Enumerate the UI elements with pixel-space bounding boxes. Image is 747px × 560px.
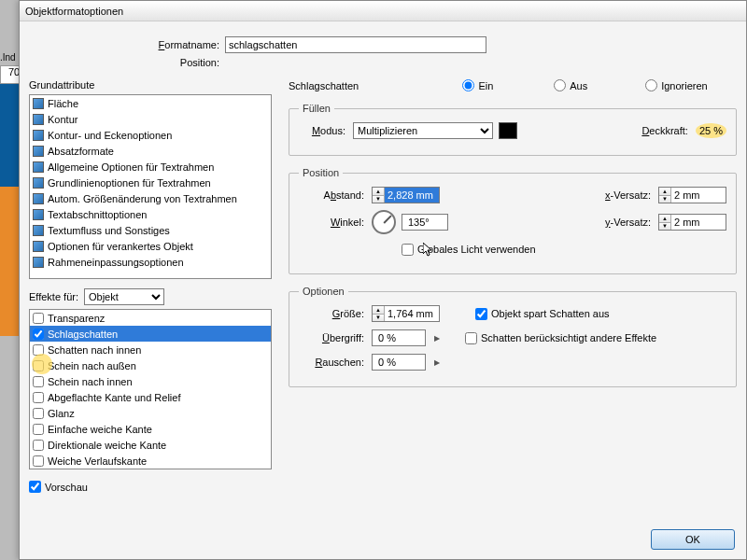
effect-item[interactable]: Schein nach außen <box>30 357 271 373</box>
deckkraft-label: Deckkraft: <box>641 125 690 136</box>
effect-label: Schein nach innen <box>48 376 133 387</box>
effect-checkbox[interactable] <box>33 408 44 419</box>
fuellen-legend: Füllen <box>299 103 334 114</box>
attr-item[interactable]: Absatzformate <box>30 143 271 159</box>
grundattribute-list[interactable]: FlächeKonturKontur- und EckenoptionenAbs… <box>29 94 272 279</box>
effect-label: Schein nach außen <box>48 360 136 371</box>
effect-item[interactable]: Schatten nach innen <box>30 342 271 357</box>
attr-item[interactable]: Grundlinienoptionen für Textrahmen <box>30 175 271 190</box>
effect-checkbox[interactable] <box>33 392 44 403</box>
object-style-options-dialog: Objektformatoptionen Formatname: Positio… <box>19 0 747 560</box>
optionen-group: Optionen Größe: ▲▼ Objekt spart Schatten… <box>289 286 737 387</box>
abstand-label: Abstand: <box>299 189 366 201</box>
effect-label: Direktionale weiche Kante <box>48 440 166 451</box>
effects-for-select[interactable]: Objekt <box>84 288 164 305</box>
effect-checkbox[interactable] <box>33 376 44 387</box>
flyout-icon[interactable]: ▶ <box>431 355 443 370</box>
effect-item[interactable]: Glanz <box>30 405 271 421</box>
attr-item[interactable]: Kontur- und Eckenoptionen <box>30 127 271 143</box>
dialog-title: Objektformatoptionen <box>20 1 746 21</box>
effect-item[interactable]: Transparenz <box>30 310 271 326</box>
radio-ein[interactable]: Ein <box>462 79 554 91</box>
rauschen-input[interactable]: 0 % <box>372 354 426 371</box>
attr-icon <box>33 177 44 189</box>
effect-checkbox[interactable] <box>33 424 44 435</box>
ok-button[interactable]: OK <box>651 529 735 550</box>
attr-icon <box>33 114 44 125</box>
attr-item[interactable]: Allgemeine Optionen für Textrahmen <box>30 159 271 175</box>
chevron-down-icon: ▼ <box>373 196 384 203</box>
attr-icon <box>33 146 44 157</box>
sidebar-indesign: .Ind <box>0 52 16 63</box>
effect-checkbox[interactable] <box>33 440 44 451</box>
attr-label: Absatzformate <box>48 146 114 157</box>
rauschen-label: Rauschen: <box>299 357 366 368</box>
attr-item[interactable]: Autom. Größenänderung von Textrahmen <box>30 190 271 206</box>
uebergriff-label: Übergriff: <box>299 332 366 343</box>
modus-select[interactable]: Multiplizieren <box>353 122 493 139</box>
attr-label: Grundlinienoptionen für Textrahmen <box>48 177 211 189</box>
objekt-spart-checkbox[interactable]: Objekt spart Schatten aus <box>475 308 610 320</box>
effect-item[interactable]: Weiche Verlaufskante <box>30 453 271 469</box>
position-group: Position Abstand: ▲▼ x-Versatz: ▲▼ Win <box>289 167 737 274</box>
position-legend: Position <box>299 167 343 178</box>
attr-item[interactable]: Textumfluss und Sonstiges <box>30 222 271 238</box>
effect-checkbox[interactable] <box>33 455 44 467</box>
global-light-checkbox[interactable]: Globales Licht verwenden <box>402 244 536 256</box>
attr-item[interactable]: Textabschnittoptionen <box>30 206 271 222</box>
effect-item[interactable]: Schein nach innen <box>30 373 271 389</box>
effect-item[interactable]: Einfache weiche Kante <box>30 421 271 437</box>
angle-dial[interactable] <box>372 210 396 234</box>
attr-icon <box>33 241 44 252</box>
effect-label: Abgeflachte Kante und Relief <box>48 392 181 403</box>
winkel-label: Winkel: <box>299 217 366 228</box>
radio-aus[interactable]: Aus <box>554 79 645 91</box>
attr-icon <box>33 98 44 109</box>
effect-item[interactable]: Direktionale weiche Kante <box>30 437 271 453</box>
attr-label: Autom. Größenänderung von Textrahmen <box>48 193 237 204</box>
effect-label: Schatten nach innen <box>48 344 141 356</box>
yversatz-label: y-Versatz: <box>605 217 653 228</box>
schatten-andere-checkbox[interactable]: Schatten berücksichtigt andere Effekte <box>465 332 656 344</box>
deckkraft-value[interactable]: 25 % <box>699 125 723 136</box>
formatname-label: Formatname: <box>29 39 225 50</box>
attr-item[interactable]: Kontur <box>30 111 271 127</box>
attr-label: Fläche <box>48 98 78 109</box>
attr-label: Kontur <box>48 114 78 125</box>
radio-ignorieren[interactable]: Ignorieren <box>645 79 737 91</box>
attr-item[interactable]: Rahmeneinpassungsoptionen <box>30 254 271 270</box>
attr-label: Textumfluss und Sonstiges <box>48 225 170 236</box>
groesse-label: Größe: <box>299 308 366 319</box>
preview-checkbox[interactable] <box>29 481 41 493</box>
attr-icon <box>33 257 44 268</box>
yversatz-input[interactable]: ▲▼ <box>658 214 726 231</box>
attr-icon <box>33 161 44 173</box>
winkel-input[interactable]: 135° <box>402 214 448 231</box>
attr-label: Optionen für verankertes Objekt <box>48 241 193 252</box>
effect-checkbox[interactable] <box>33 329 44 340</box>
effect-label: Schlagschatten <box>48 329 118 340</box>
effects-for-label: Effekte für: <box>29 291 78 302</box>
fuellen-group: Füllen Modus: Multiplizieren Deckkraft: … <box>289 103 737 156</box>
chevron-up-icon: ▲ <box>373 188 384 196</box>
effect-checkbox[interactable] <box>33 313 44 324</box>
preview-label: Vorschau <box>45 482 88 493</box>
effects-list[interactable]: TransparenzSchlagschattenSchatten nach i… <box>29 309 272 469</box>
attr-icon <box>33 130 44 141</box>
attr-label: Rahmeneinpassungsoptionen <box>48 257 184 268</box>
formatname-input[interactable] <box>225 36 486 53</box>
flyout-icon[interactable]: ▶ <box>431 330 443 345</box>
attr-icon <box>33 225 44 236</box>
attr-item[interactable]: Optionen für verankertes Objekt <box>30 238 271 254</box>
effect-item[interactable]: Schlagschatten <box>30 326 271 342</box>
groesse-input[interactable]: ▲▼ <box>372 305 440 322</box>
attr-label: Textabschnittoptionen <box>48 209 147 220</box>
xversatz-input[interactable]: ▲▼ <box>658 187 726 203</box>
shadow-color-swatch[interactable] <box>499 122 517 139</box>
attr-item[interactable]: Fläche <box>30 95 271 111</box>
effect-label: Glanz <box>48 408 75 419</box>
abstand-input[interactable]: ▲▼ <box>372 187 440 203</box>
xversatz-label: x-Versatz: <box>605 189 653 201</box>
uebergriff-input[interactable]: 0 % <box>372 329 426 346</box>
effect-item[interactable]: Abgeflachte Kante und Relief <box>30 389 271 405</box>
